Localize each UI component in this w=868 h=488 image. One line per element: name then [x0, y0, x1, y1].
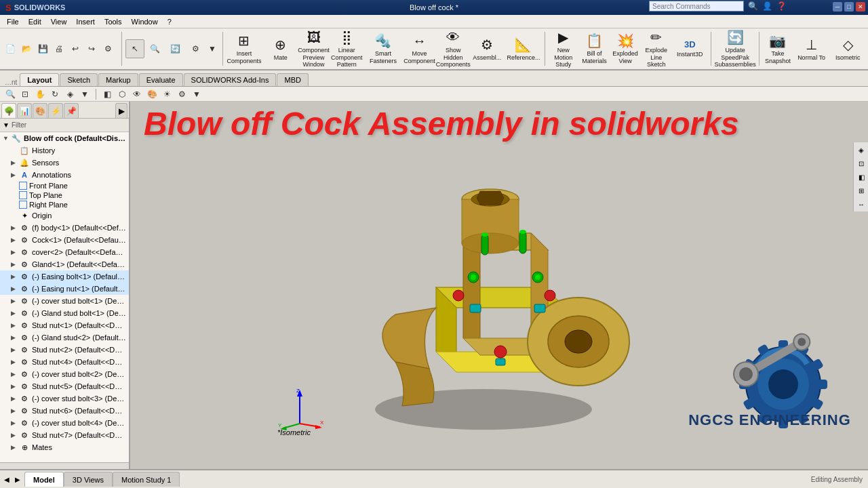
display-more-btn[interactable]: ▼ [79, 88, 91, 100]
tree-history[interactable]: 📋 History [0, 144, 129, 157]
sidebar-resize-handle[interactable] [0, 462, 129, 469]
tree-stud-nut6[interactable]: ▶ ⚙ Stud nut<6> (Default<<Default>... [0, 405, 129, 417]
tree-cover-stud1[interactable]: ▶ ⚙ (-) cover stud bolt<1> (Default<... [0, 295, 129, 307]
tree-cover-stud4[interactable]: ▶ ⚙ (-) cover stud bolt<4> (Default<... [0, 417, 129, 429]
tab-nav-right[interactable]: ▶ [13, 474, 22, 484]
tree-stud-nut2[interactable]: ▶ ⚙ Stud nut<2> (Default<<Default>... [0, 344, 129, 356]
search-input[interactable] [649, 1, 744, 12]
tree-right-plane[interactable]: Right Plane [0, 200, 129, 209]
exploded-view-button[interactable]: 💥 Exploded View [610, 30, 640, 68]
tree-origin[interactable]: ✦ Origin [0, 209, 129, 222]
tree-annotations[interactable]: ▶ A Annotations [0, 169, 129, 181]
more-view-btn[interactable]: ▼ [191, 88, 203, 100]
tree-cover-stud2[interactable]: ▶ ⚙ (-) cover stud bolt<2> (Default<... [0, 368, 129, 380]
sidebar-collapse-btn[interactable]: ▶ [115, 103, 127, 118]
tree-gland-stud2[interactable]: ▶ ⚙ (-) Gland stud<2> (Default<... [0, 331, 129, 344]
appearance-btn[interactable]: 🎨 [146, 88, 158, 100]
minimize-button[interactable]: ─ [833, 2, 842, 12]
tree-gland-stud1[interactable]: ▶ ⚙ (-) Gland stud bolt<1> (Default<... [0, 307, 129, 319]
tree-sensors[interactable]: ▶ 🔔 Sensors [0, 157, 129, 169]
mini-view-2[interactable]: ⊡ [855, 157, 867, 169]
tab-sketch[interactable]: Sketch [60, 73, 98, 86]
rotate-button[interactable]: 🔄 [166, 39, 185, 58]
mini-view-1[interactable]: ◈ [855, 144, 867, 156]
sidebar-tab-custom[interactable]: 📌 [64, 103, 79, 118]
tree-cover2[interactable]: ▶ ⚙ cover<2> (Default<<Default>_D... [0, 246, 129, 258]
instant3d-button[interactable]: 3D Instant3D [673, 30, 708, 68]
zoom-area-btn[interactable]: ⊡ [19, 88, 31, 100]
mini-view-3[interactable]: ◧ [855, 171, 867, 183]
normal-to-button[interactable]: ⊥ Normal To [794, 30, 829, 68]
tree-top-plane[interactable]: Top Plane [0, 190, 129, 200]
new-motion-button[interactable]: ▶ New Motion Study [549, 30, 578, 68]
menu-tools[interactable]: Tools [100, 16, 126, 27]
bottom-tab-3dviews[interactable]: 3D Views [64, 472, 113, 487]
tree-stud-nut7[interactable]: ▶ ⚙ Stud nut<7> (Default<<Default>... [0, 429, 129, 441]
3d-viewport[interactable]: Blow off Cock Assembly in solidworks [130, 102, 868, 469]
tab-evaluate[interactable]: Evaluate [139, 73, 183, 86]
display-style-btn[interactable]: ◈ [64, 88, 76, 100]
tree-easing-nut1[interactable]: ▶ ⚙ (-) Easing nut<1> (Default<<Def... [0, 283, 129, 295]
settings2-button[interactable]: ⚙ [186, 39, 205, 58]
mini-view-5[interactable]: ↔ [855, 198, 867, 210]
tab-markup[interactable]: Markup [98, 73, 138, 86]
menu-insert[interactable]: Insert [72, 16, 99, 27]
menu-help[interactable]: ? [163, 16, 176, 27]
select-button[interactable]: ↖ [125, 39, 144, 58]
redo-button[interactable]: ↪ [84, 41, 99, 56]
menu-window[interactable]: Window [127, 16, 162, 27]
menu-edit[interactable]: Edit [24, 16, 45, 27]
help-icon[interactable]: ❓ [776, 1, 787, 11]
save-button[interactable]: 💾 [35, 41, 50, 56]
sidebar-tab-tree[interactable]: 🌳 [1, 103, 16, 118]
mini-view-4[interactable]: ⊞ [855, 184, 867, 197]
view-settings-btn[interactable]: ⚙ [176, 88, 188, 100]
tab-layout[interactable]: Layout [20, 73, 59, 86]
search-icon[interactable]: 🔍 [748, 1, 758, 11]
menu-view[interactable]: View [47, 16, 71, 27]
view-selector-btn[interactable]: 🔍 [4, 88, 16, 100]
tree-cock1[interactable]: ▶ ⚙ Cock<1> (Default<<Default>... [0, 234, 129, 246]
view-orient-btn[interactable]: ⬡ [116, 88, 128, 100]
pan-btn[interactable]: ✋ [34, 88, 46, 100]
print-button[interactable]: 🖨 [52, 41, 66, 56]
section-view-btn[interactable]: ◧ [101, 88, 113, 100]
tree-front-plane[interactable]: Front Plane [0, 181, 129, 190]
take-snapshot-button[interactable]: 📷 Take Snapshot [763, 30, 793, 68]
move-component-button[interactable]: ↔ Move Component [402, 30, 437, 68]
isometric-button[interactable]: ◇ Isometric [830, 30, 865, 68]
tree-stud-nut4[interactable]: ▶ ⚙ Stud nut<4> (Default<<Default>... [0, 356, 129, 368]
tab-nav-left[interactable]: ◀ [2, 474, 12, 484]
tree-easing-bolt1[interactable]: ▶ ⚙ (-) Easing bolt<1> (Default<<De... [0, 270, 129, 283]
linear-pattern-button[interactable]: ⣿ Linear Component Pattern [330, 30, 365, 68]
show-hidden-button[interactable]: 👁 Show Hidden Components [438, 30, 468, 68]
undo-button[interactable]: ↩ [68, 41, 83, 56]
tree-stud-nut1[interactable]: ▶ ⚙ Stud nut<1> (Default<<Default>... [0, 319, 129, 331]
zoom-button[interactable]: 🔍 [146, 39, 165, 58]
reference-button[interactable]: 📐 Reference... [506, 30, 541, 68]
assembly-button[interactable]: ⚙ Assembl... [469, 30, 505, 68]
open-button[interactable]: 📂 [19, 41, 34, 56]
smart-fasteners-button[interactable]: 🔩 Smart Fasteners [366, 30, 401, 68]
explode-line-button[interactable]: ✏ Explode Line Sketch [642, 30, 671, 68]
tree-cover-stud3[interactable]: ▶ ⚙ (-) cover stud bolt<3> (Default<... [0, 392, 129, 405]
scene-btn[interactable]: ☀ [161, 88, 173, 100]
bottom-tab-model[interactable]: Model [24, 472, 64, 487]
insert-components-button[interactable]: ⊞ Insert Components [226, 30, 262, 68]
new-button[interactable]: 📄 [3, 41, 18, 56]
sidebar-tab-properties[interactable]: 📊 [17, 103, 32, 118]
update-speedpak-button[interactable]: 🔄 Update SpeedPak Subassemblies [715, 30, 755, 68]
maximize-button[interactable]: □ [844, 2, 854, 12]
sidebar-tab-sensors[interactable]: ⚡ [48, 103, 63, 118]
tree-gland1[interactable]: ▶ ⚙ Gland<1> (Default<<Default>_D... [0, 258, 129, 270]
settings-button[interactable]: ⚙ [100, 41, 115, 56]
bill-of-materials-button[interactable]: 📋 Bill of Materials [580, 30, 610, 68]
tree-stud-nut5[interactable]: ▶ ⚙ Stud nut<5> (Default<<Default>... [0, 380, 129, 392]
hide-show-btn[interactable]: 👁 [131, 88, 143, 100]
close-button[interactable]: ✕ [856, 2, 865, 12]
component-preview-button[interactable]: 🖼 Component Preview Window [300, 30, 328, 68]
sidebar-tab-appearances[interactable]: 🎨 [33, 103, 47, 118]
tree-body1[interactable]: ▶ ⚙ (f) body<1> (Default<<Default>... [0, 222, 129, 234]
more-button[interactable]: ▼ [207, 39, 218, 58]
tab-mbd[interactable]: MBD [277, 73, 308, 86]
